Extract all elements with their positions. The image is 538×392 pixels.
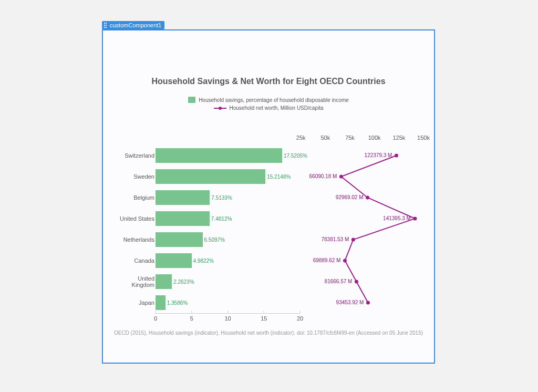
networth-value-label: 81666.57 M bbox=[325, 278, 353, 284]
bar bbox=[156, 232, 203, 247]
drag-grip-icon[interactable] bbox=[104, 23, 108, 28]
networth-value-label: 78381.53 M bbox=[321, 236, 349, 242]
bar-value-label: 4.9822% bbox=[193, 258, 214, 264]
bar-value-label: 6.5097% bbox=[204, 237, 225, 243]
chart-caption: OECD (2015), Household savings (indicato… bbox=[113, 330, 423, 336]
x-tick-label: 10 bbox=[224, 315, 231, 322]
top-tick-label: 125k bbox=[392, 135, 405, 141]
category-label: Japan bbox=[115, 300, 154, 306]
bar-x-axis-line bbox=[156, 313, 300, 314]
x-tick-label: 20 bbox=[297, 315, 303, 322]
networth-value-label: 92969.02 M bbox=[336, 194, 364, 200]
top-tick-label: 75k bbox=[345, 135, 355, 141]
bar-value-label: 7.5133% bbox=[211, 195, 232, 201]
category-label: Sweden bbox=[115, 173, 154, 180]
chart-title: Household Savings & Net Worth for Eight … bbox=[113, 77, 423, 86]
bar bbox=[156, 274, 172, 289]
category-label: Canada bbox=[115, 257, 154, 264]
bar bbox=[156, 211, 210, 226]
top-tick-label: 50k bbox=[320, 135, 330, 141]
bar bbox=[156, 295, 165, 310]
legend-label-bar: Household savings, percentage of househo… bbox=[199, 97, 349, 103]
stage: customComponent1 Household Savings & Net… bbox=[0, 0, 538, 392]
legend-swatch-line-icon bbox=[214, 106, 226, 110]
networth-value-label: 66090.18 M bbox=[309, 173, 337, 179]
legend-item-line: Household net worth, Million USD/capita bbox=[214, 105, 324, 111]
component-tag[interactable]: customComponent1 bbox=[102, 21, 164, 29]
custom-component-frame[interactable]: Household Savings & Net Worth for Eight … bbox=[102, 29, 435, 364]
category-label: Netherlands bbox=[115, 236, 154, 243]
bar-x-axis: 05101520 bbox=[156, 313, 300, 324]
category-label: Switzerland bbox=[115, 152, 154, 159]
networth-value-label: 141395.3 M bbox=[383, 215, 411, 221]
chart-area: Household Savings & Net Worth for Eight … bbox=[113, 41, 423, 352]
component-tag-label: customComponent1 bbox=[110, 22, 161, 28]
category-label: United States bbox=[115, 215, 154, 222]
top-tick-label: 100k bbox=[368, 135, 381, 141]
legend-label-line: Household net worth, Million USD/capita bbox=[230, 105, 324, 111]
top-tick-label: 25k bbox=[296, 135, 306, 141]
x-tick-label: 15 bbox=[261, 315, 267, 322]
bar bbox=[156, 148, 282, 163]
top-tick-label: 150k bbox=[417, 135, 430, 141]
bar-value-label: 7.4812% bbox=[211, 216, 232, 222]
networth-top-axis: 25k50k75k100k125k150k bbox=[276, 135, 423, 143]
line-labels: 122379.3 M66090.18 M92969.02 M141395.3 M… bbox=[276, 145, 423, 313]
x-tick-label: 0 bbox=[154, 315, 157, 322]
category-label: United Kingdom bbox=[115, 275, 154, 288]
x-tick-label: 5 bbox=[190, 315, 193, 322]
bar-value-label: 1.3586% bbox=[167, 300, 188, 306]
legend-item-bar: Household savings, percentage of househo… bbox=[188, 97, 349, 103]
category-label: Belgium bbox=[115, 194, 154, 201]
bar bbox=[156, 190, 210, 205]
networth-value-label: 69889.62 M bbox=[313, 257, 341, 263]
chart-legend: Household savings, percentage of househo… bbox=[113, 96, 423, 112]
networth-value-label: 93453.92 M bbox=[336, 300, 364, 305]
legend-swatch-bar-icon bbox=[188, 97, 195, 103]
networth-value-label: 122379.3 M bbox=[365, 152, 392, 158]
bar bbox=[156, 169, 265, 184]
bar bbox=[156, 253, 192, 268]
bar-value-label: 2.2623% bbox=[173, 279, 194, 285]
